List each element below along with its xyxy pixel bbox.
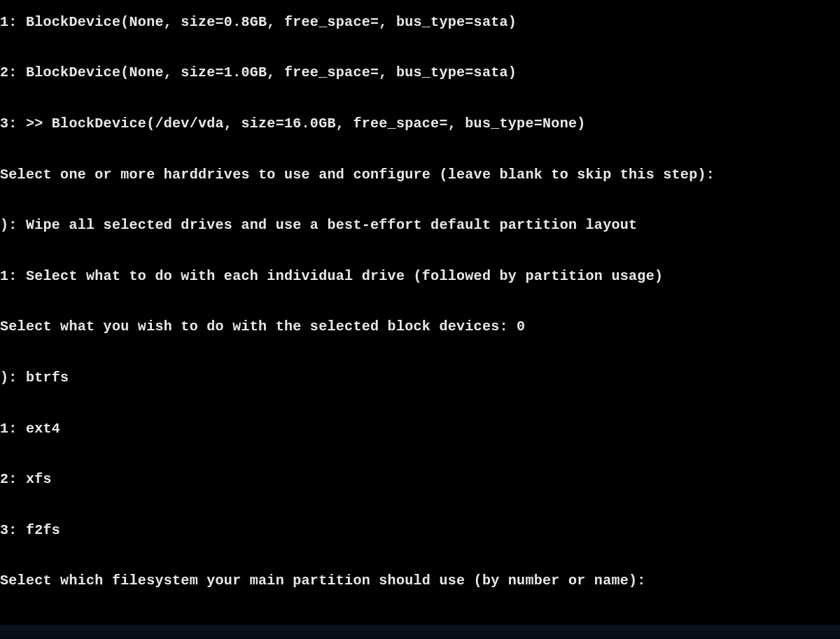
- output-line: Select what you wish to do with the sele…: [0, 318, 840, 335]
- output-line: 3: f2fs: [0, 522, 840, 539]
- output-line: ): btrfs: [0, 370, 840, 386]
- output-line: 1: Select what to do with each individua…: [0, 268, 840, 285]
- output-line: 1: ext4: [0, 421, 840, 437]
- output-line: 2: xfs: [0, 471, 840, 488]
- output-line: 1: BlockDevice(None, size=0.8GB, free_sp…: [0, 14, 840, 31]
- prompt-line[interactable]: Select which filesystem your main partit…: [0, 573, 840, 589]
- output-line: Select one or more harddrives to use and…: [0, 167, 840, 183]
- terminal-output: ): BlockDevice(/run/archiso/bootmnt/arch…: [0, 0, 840, 624]
- terminal-window[interactable]: ): BlockDevice(/run/archiso/bootmnt/arch…: [0, 0, 840, 639]
- output-line: ): Wipe all selected drives and use a be…: [0, 217, 840, 234]
- output-line: 3: >> BlockDevice(/dev/vda, size=16.0GB,…: [0, 115, 840, 132]
- prompt-text: Select which filesystem your main partit…: [0, 573, 646, 589]
- output-line: 2: BlockDevice(None, size=1.0GB, free_sp…: [0, 64, 840, 81]
- bottom-gradient-bar: [0, 625, 840, 639]
